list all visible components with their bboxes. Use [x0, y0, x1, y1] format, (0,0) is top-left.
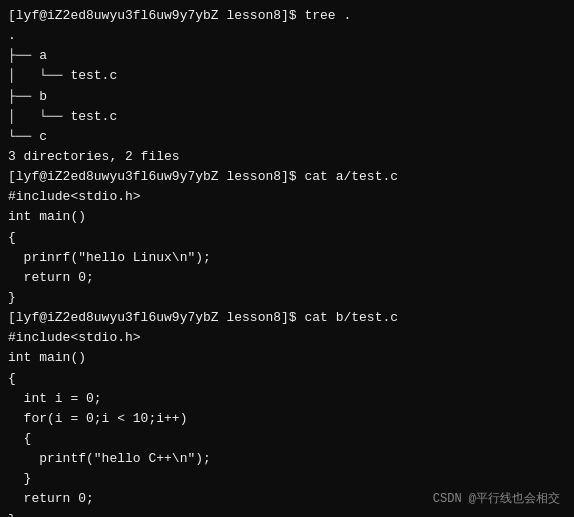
terminal-line: 3 directories, 2 files [8, 147, 566, 167]
terminal-window: [lyf@iZ2ed8uwyu3fl6uw9y7ybZ lesson8]$ tr… [0, 0, 574, 517]
terminal-line: │ └── test.c [8, 107, 566, 127]
terminal-line: . [8, 26, 566, 46]
terminal-line: [lyf@iZ2ed8uwyu3fl6uw9y7ybZ lesson8]$ ca… [8, 167, 566, 187]
terminal-line: { [8, 429, 566, 449]
terminal-line: } [8, 288, 566, 308]
terminal-line: } [8, 510, 566, 517]
terminal-line: return 0; [8, 268, 566, 288]
terminal-line: ├── a [8, 46, 566, 66]
terminal-content: [lyf@iZ2ed8uwyu3fl6uw9y7ybZ lesson8]$ tr… [8, 6, 566, 517]
terminal-line: printf("hello C++\n"); [8, 449, 566, 469]
terminal-line: [lyf@iZ2ed8uwyu3fl6uw9y7ybZ lesson8]$ ca… [8, 308, 566, 328]
terminal-line: { [8, 228, 566, 248]
terminal-line: } [8, 469, 566, 489]
terminal-line: [lyf@iZ2ed8uwyu3fl6uw9y7ybZ lesson8]$ tr… [8, 6, 566, 26]
terminal-line: { [8, 369, 566, 389]
terminal-line: int i = 0; [8, 389, 566, 409]
terminal-line: for(i = 0;i < 10;i++) [8, 409, 566, 429]
terminal-line: │ └── test.c [8, 66, 566, 86]
watermark: CSDN @平行线也会相交 [433, 490, 560, 507]
terminal-line: int main() [8, 348, 566, 368]
terminal-line: prinrf("hello Linux\n"); [8, 248, 566, 268]
terminal-line: #include<stdio.h> [8, 187, 566, 207]
terminal-line: ├── b [8, 87, 566, 107]
terminal-line: int main() [8, 207, 566, 227]
terminal-line: #include<stdio.h> [8, 328, 566, 348]
terminal-line: └── c [8, 127, 566, 147]
